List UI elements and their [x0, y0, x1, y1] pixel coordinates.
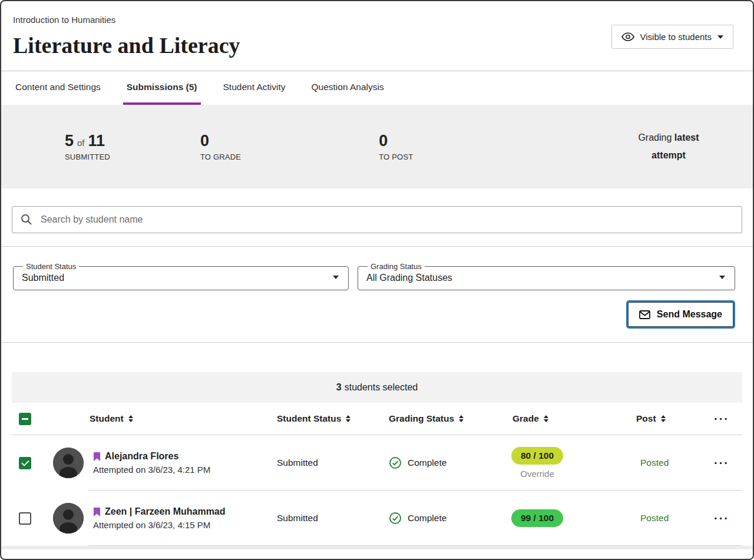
breadcrumb-course-name: Introduction to Humanities [13, 14, 741, 26]
attempted-timestamp: Attempted on 3/6/23, 4:15 PM [93, 520, 226, 530]
grading-status-cell: Complete [389, 512, 502, 525]
tab-content-and-settings[interactable]: Content and Settings [12, 71, 104, 105]
student-info: Alejandra Flores Attempted on 3/6/23, 4:… [93, 451, 210, 475]
submitted-total: 11 [88, 132, 105, 150]
tab-bar: Content and Settings Submissions (5) Stu… [1, 71, 753, 105]
to-post-label: TO POST [379, 153, 413, 161]
student-status-cell: Submitted [277, 458, 389, 468]
grade-score: 99 [521, 513, 531, 523]
envelope-icon [639, 310, 650, 319]
grade-score: 80 [521, 450, 531, 460]
column-header-grade[interactable]: Grade [502, 413, 626, 424]
page-header: Introduction to Humanities Literature an… [1, 1, 753, 71]
complete-check-icon [389, 512, 402, 525]
eye-icon [621, 32, 634, 41]
post-status-cell[interactable]: Posted [626, 513, 701, 523]
row-overflow-menu-icon[interactable]: ··· [701, 512, 742, 525]
attempted-timestamp: Attempted on 3/6/23, 4:21 PM [93, 465, 210, 475]
to-grade-count: 0 [200, 132, 209, 150]
grade-cell: 80 / 100 Override [502, 447, 626, 479]
student-status-value: Submitted [22, 273, 325, 283]
student-cell[interactable]: Zeen | Farzeen Muhammad Attempted on 3/6… [45, 503, 277, 534]
row-checkbox[interactable] [19, 512, 31, 525]
search-container [12, 206, 742, 233]
column-label: Post [636, 413, 656, 424]
sort-icon [346, 415, 350, 422]
sort-icon [128, 415, 133, 422]
student-name: Zeen | Farzeen Muhammad [105, 506, 226, 517]
student-status-cell: Submitted [277, 513, 389, 523]
visibility-label: Visible to students [640, 32, 712, 42]
row-overflow-menu-icon[interactable]: ··· [701, 456, 742, 470]
submitted-of: of [77, 138, 85, 148]
grading-mode-text: Grading latest attempt [624, 129, 713, 164]
assessment-submissions-page: Introduction to Humanities Literature an… [0, 0, 754, 560]
grading-status-select[interactable]: Grading Status All Grading Statuses [358, 262, 735, 290]
row-checkbox[interactable] [19, 457, 31, 469]
send-message-row: Send Message [13, 302, 733, 327]
section-divider [1, 342, 753, 343]
to-post-count: 0 [379, 132, 388, 150]
sort-icon [661, 415, 666, 422]
grade-outof: / 100 [534, 513, 554, 523]
tab-student-activity[interactable]: Student Activity [220, 71, 289, 105]
tab-submissions[interactable]: Submissions (5) [123, 71, 201, 105]
grade-pill[interactable]: 99 / 100 [511, 509, 563, 527]
selection-count: 3 [336, 382, 342, 393]
submissions-table: 3 students selected Student Student Stat… [12, 372, 742, 546]
column-label: Grade [512, 413, 539, 424]
student-name: Alejandra Flores [105, 451, 178, 462]
submitted-label: SUBMITTED [65, 153, 110, 161]
submitted-count: 5 [65, 132, 74, 150]
student-status-label: Student Status [23, 262, 79, 271]
column-label: Student [90, 413, 124, 424]
post-status-cell[interactable]: Posted [626, 458, 701, 468]
grade-override-note: Override [520, 469, 554, 479]
stat-to-post: 0 TO POST [379, 132, 413, 161]
chevron-down-icon [719, 276, 725, 279]
table-overflow-menu-icon[interactable]: ··· [701, 412, 742, 426]
column-header-student[interactable]: Student [45, 413, 277, 424]
sort-icon [459, 415, 464, 422]
grading-status-cell: Complete [389, 456, 502, 469]
grading-mode-prefix: Grading [638, 132, 674, 143]
section-divider [1, 246, 753, 247]
selection-summary-bar: 3 students selected [12, 372, 742, 403]
to-grade-label: TO GRADE [200, 153, 241, 161]
select-all-checkbox[interactable] [19, 413, 31, 425]
grade-cell: 99 / 100 [502, 509, 626, 527]
grading-status-label: Grading Status [368, 262, 425, 271]
stat-to-grade: 0 TO GRADE [200, 132, 241, 161]
table-row: Zeen | Farzeen Muhammad Attempted on 3/6… [12, 491, 742, 546]
chevron-down-icon [333, 276, 339, 279]
column-header-student-status[interactable]: Student Status [277, 413, 389, 424]
table-row: Alejandra Flores Attempted on 3/6/23, 4:… [12, 435, 742, 491]
bottom-strip [1, 546, 753, 549]
chevron-down-icon [717, 35, 723, 39]
bookmark-icon [93, 452, 101, 462]
grading-status-value: All Grading Statuses [366, 273, 711, 283]
grade-outof: / 100 [534, 450, 554, 460]
visibility-dropdown-button[interactable]: Visible to students [611, 25, 733, 49]
grading-status-label: Complete [408, 458, 447, 468]
stat-submitted: 5 of 11 SUBMITTED [65, 132, 110, 161]
stats-band: 5 of 11 SUBMITTED 0 TO GRADE 0 TO POST G… [1, 105, 753, 188]
grading-status-label: Complete [408, 513, 447, 523]
search-icon [21, 214, 32, 228]
complete-check-icon [389, 456, 402, 469]
grade-pill[interactable]: 80 / 100 [511, 447, 563, 465]
column-header-grading-status[interactable]: Grading Status [389, 413, 502, 424]
tab-question-analysis[interactable]: Question Analysis [307, 71, 387, 105]
avatar [53, 503, 84, 534]
avatar [53, 448, 84, 478]
sort-icon [544, 415, 548, 422]
student-cell[interactable]: Alejandra Flores Attempted on 3/6/23, 4:… [45, 448, 277, 478]
selection-suffix: students selected [345, 382, 418, 393]
column-label: Student Status [277, 413, 341, 424]
send-message-button[interactable]: Send Message [628, 302, 733, 327]
column-header-post[interactable]: Post [626, 413, 701, 424]
bookmark-icon [93, 507, 101, 517]
send-message-label: Send Message [657, 309, 722, 320]
student-status-select[interactable]: Student Status Submitted [13, 262, 349, 290]
search-input[interactable] [12, 206, 742, 233]
